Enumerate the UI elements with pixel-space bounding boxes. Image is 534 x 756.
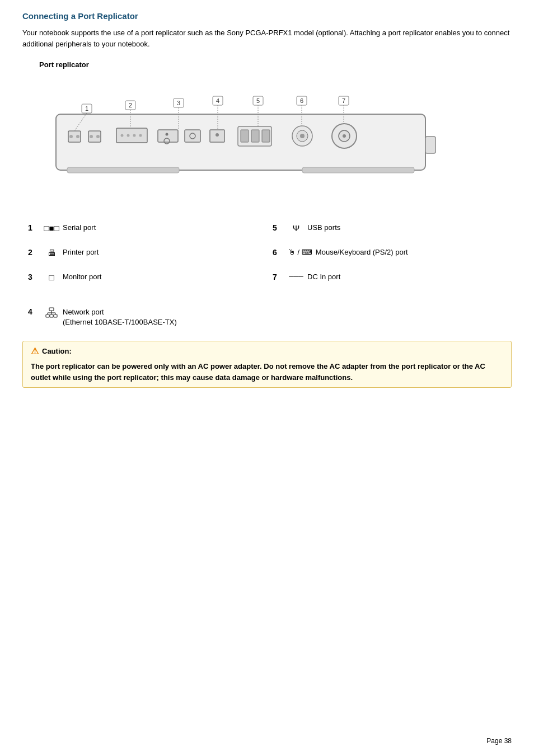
svg-point-14	[139, 134, 142, 137]
port-label-monitor: Monitor port	[63, 273, 101, 281]
svg-text:7: 7	[342, 97, 345, 104]
port-number-6: 6	[273, 248, 284, 257]
port-label-printer: Printer port	[63, 248, 99, 256]
svg-rect-18	[185, 130, 200, 142]
port-number-4: 4	[28, 307, 39, 316]
monitor-icon: □	[44, 273, 59, 282]
port-number-2: 2	[28, 248, 39, 257]
svg-point-6	[76, 135, 79, 138]
port-label-usb: USB ports	[307, 223, 340, 232]
svg-rect-56	[54, 314, 57, 317]
diagram-label: Port replicator	[39, 60, 512, 69]
port-number-5: 5	[273, 223, 284, 232]
intro-text: Your notebook supports the use of a port…	[22, 27, 512, 49]
port-item-serial: 1 □■□ Serial port	[28, 218, 250, 242]
port-item-dc: 7 ─── DC In port	[273, 267, 495, 292]
port-item-mouse-keyboard: 6 🖱 / ⌨ Mouse/Keyboard (PS/2) port	[273, 242, 495, 267]
port-item-usb: 5 Ψ USB ports	[273, 218, 495, 242]
page-number: Page 38	[486, 737, 512, 745]
svg-text:6: 6	[300, 97, 303, 104]
svg-text:2: 2	[129, 102, 132, 109]
port-list: 1 □■□ Serial port 5 Ψ USB ports 2 🖶 Prin…	[28, 218, 495, 292]
dc-icon: ───	[288, 273, 304, 280]
usb-icon: Ψ	[288, 223, 304, 233]
svg-rect-2	[302, 167, 414, 173]
svg-point-28	[300, 134, 305, 138]
svg-rect-24	[251, 130, 259, 142]
svg-text:4: 4	[216, 97, 219, 104]
caution-header: ⚠ Caution:	[31, 346, 503, 356]
svg-rect-55	[50, 314, 53, 317]
page-title: Connecting a Port Replicator	[22, 11, 512, 21]
svg-rect-25	[262, 130, 270, 142]
svg-point-21	[216, 133, 219, 137]
svg-point-9	[96, 135, 100, 138]
serial-icon: □■□	[44, 223, 59, 233]
caution-icon: ⚠	[31, 346, 39, 356]
port-item-printer: 2 🖶 Printer port	[28, 242, 250, 267]
port-number-1: 1	[28, 223, 39, 232]
port-item-network: 4 Network port (Ethernet 10BASE-T/100BAS…	[28, 303, 512, 333]
svg-text:1: 1	[85, 105, 88, 112]
caution-box: ⚠ Caution: The port replicator can be po…	[22, 341, 512, 388]
svg-rect-3	[425, 137, 435, 153]
mouse-keyboard-icon: 🖱 / ⌨	[288, 248, 312, 256]
svg-text:3: 3	[177, 100, 180, 106]
svg-point-11	[121, 134, 124, 137]
svg-point-12	[127, 134, 130, 137]
svg-rect-15	[158, 130, 178, 142]
network-icon	[44, 307, 59, 318]
caution-title: Caution:	[42, 347, 72, 355]
svg-point-8	[90, 135, 93, 138]
svg-point-13	[133, 134, 136, 137]
caution-text: The port replicator can be powered only …	[31, 361, 503, 383]
port-label-network: Network port	[63, 307, 177, 317]
svg-point-5	[69, 135, 73, 138]
svg-rect-54	[46, 314, 49, 317]
port-label-mouse-keyboard: Mouse/Keyboard (PS/2) port	[316, 248, 408, 256]
port-item-monitor: 3 □ Monitor port	[28, 267, 250, 292]
svg-rect-1	[67, 167, 179, 173]
svg-rect-23	[241, 130, 249, 142]
port-label-serial: Serial port	[63, 223, 96, 232]
svg-text:5: 5	[256, 97, 260, 104]
printer-icon: 🖶	[44, 248, 59, 257]
port-label-network-sub: (Ethernet 10BASE-T/100BASE-TX)	[63, 317, 177, 327]
svg-point-31	[343, 134, 346, 138]
port-number-3: 3	[28, 273, 39, 281]
svg-rect-53	[49, 308, 54, 311]
svg-point-16	[166, 133, 168, 136]
port-number-7: 7	[273, 273, 284, 281]
port-replicator-diagram: 1 2 3 4 5 6 7	[39, 78, 442, 201]
port-label-dc: DC In port	[307, 273, 340, 281]
